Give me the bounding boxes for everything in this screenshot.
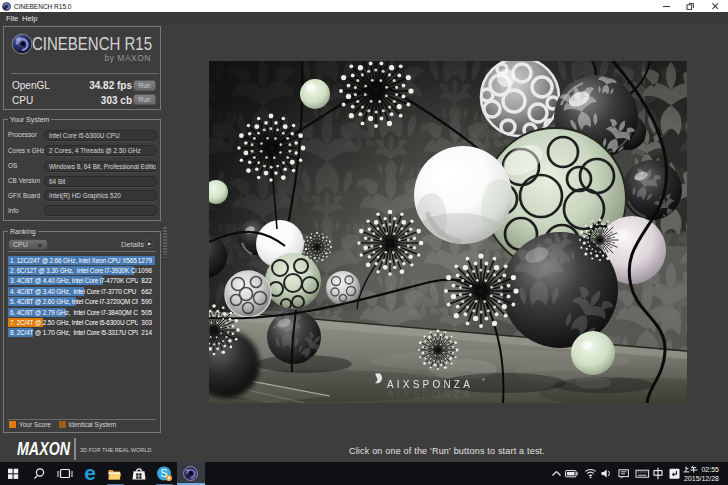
svg-text:02:55: 02:55 [701, 466, 719, 473]
svg-text:MAXON: MAXON [17, 438, 71, 459]
svg-text:2015/12/28: 2015/12/28 [684, 475, 719, 482]
svg-text:CINEBENCH R15: CINEBENCH R15 [32, 34, 152, 54]
svg-text:AIXSPONZA: AIXSPONZA [387, 389, 473, 400]
svg-text:e: e [84, 462, 96, 484]
svg-text:®: ® [482, 377, 485, 382]
